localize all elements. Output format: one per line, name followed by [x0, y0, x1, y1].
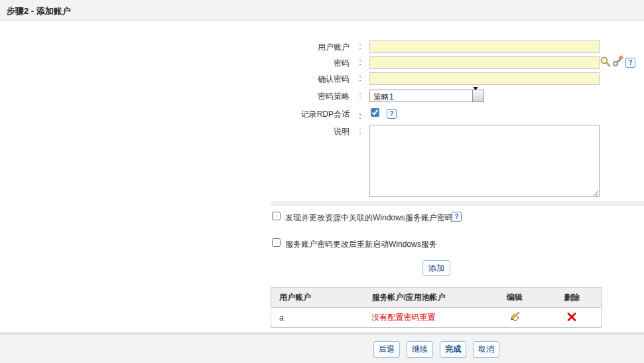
cell-service-account-status: 没有配置密码重置 [364, 308, 487, 328]
col-header-service-account: 服务帐户/应用池帐户 [364, 288, 487, 308]
discover-service-accounts-label: 发现并更改资源中关联的Windows服务账户密码。 [285, 212, 461, 224]
continue-button[interactable]: 继续 [407, 341, 433, 358]
table-row: a 没有配置密码重置 [271, 308, 602, 328]
add-button[interactable]: 添加 [422, 260, 450, 276]
step-header-bar: 步骤2 - 添加账户 [0, 0, 644, 21]
col-header-delete: 删除 [543, 288, 602, 308]
table-header-row: 用户账户 服务帐户/应用池帐户 编辑 删除 [271, 288, 602, 308]
finish-button[interactable]: 完成 [440, 341, 466, 358]
add-account-page: 步骤2 - 添加账户 用户账户 : 密码 : ? 确认密码 : 密码策略 : 策… [0, 0, 644, 363]
confirm-password-label: 确认密码 [0, 74, 350, 85]
cell-user-account: a [271, 308, 364, 328]
colon: : [354, 58, 366, 67]
restart-service-label: 服务账户密码更改后重新启动Windows服务 [285, 239, 437, 250]
col-header-edit: 编辑 [487, 288, 543, 308]
show-password-icon[interactable] [600, 56, 612, 70]
edit-icon[interactable] [509, 311, 521, 325]
colon: : [354, 91, 366, 100]
col-header-user-account: 用户账户 [271, 288, 364, 308]
password-help-icon[interactable]: ? [625, 58, 635, 68]
accounts-table: 用户账户 服务帐户/应用池帐户 编辑 删除 a 没有配置密码重置 [271, 287, 602, 328]
generate-password-icon[interactable] [612, 54, 625, 70]
password-policy-label: 密码策略 [0, 91, 350, 102]
colon: : [354, 111, 366, 121]
back-button[interactable]: 后退 [373, 341, 400, 358]
password-label: 密码 [0, 58, 350, 69]
chevron-down-icon[interactable] [472, 90, 483, 102]
restart-service-checkbox[interactable] [272, 238, 281, 247]
discover-service-accounts-checkbox[interactable] [272, 212, 281, 220]
user-account-label: 用户账户 [0, 42, 350, 53]
record-rdp-label: 记录RDP会话 [0, 109, 350, 120]
description-textarea[interactable] [369, 125, 600, 197]
description-label: 说明 [0, 126, 350, 137]
password-input[interactable] [369, 56, 600, 69]
section-divider [271, 201, 644, 206]
record-rdp-help-icon[interactable]: ? [387, 109, 397, 119]
colon: : [354, 74, 366, 83]
footer-bar [0, 335, 644, 363]
colon: : [354, 42, 366, 51]
page-title: 步骤2 - 添加账户 [7, 5, 71, 17]
user-account-input[interactable] [369, 40, 600, 53]
password-policy-selected-value: 策略1 [373, 92, 394, 103]
password-policy-select[interactable]: 策略1 [369, 90, 484, 102]
confirm-password-input[interactable] [369, 72, 600, 85]
cancel-button[interactable]: 取消 [473, 341, 499, 358]
discover-help-icon[interactable]: ? [452, 212, 462, 222]
colon: : [354, 126, 366, 135]
record-rdp-checkbox[interactable] [371, 108, 379, 117]
delete-icon[interactable] [567, 313, 576, 323]
